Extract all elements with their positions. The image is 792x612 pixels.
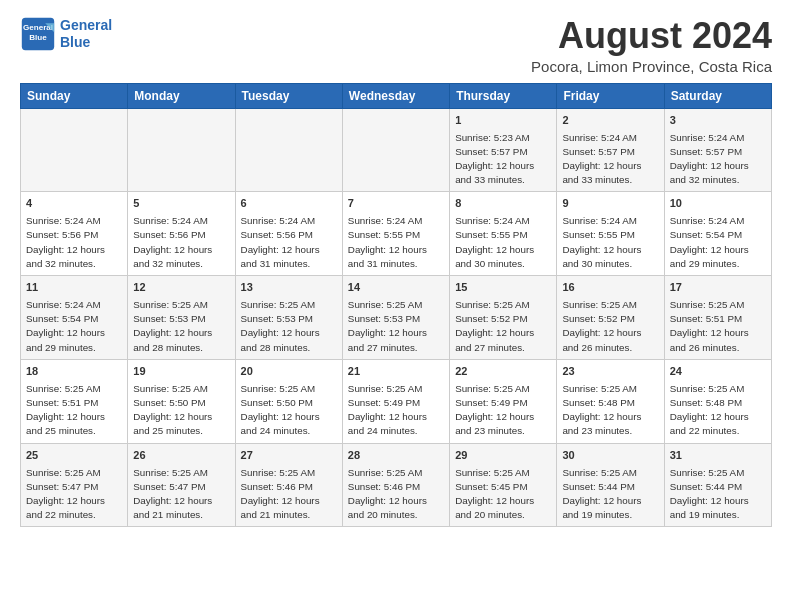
logo-icon: General Blue xyxy=(20,16,56,52)
day-info: Sunrise: 5:24 AMSunset: 5:54 PMDaylight:… xyxy=(26,298,122,355)
day-number: 30 xyxy=(562,448,658,464)
day-number: 13 xyxy=(241,280,337,296)
day-info: Sunrise: 5:25 AMSunset: 5:48 PMDaylight:… xyxy=(670,382,766,439)
calendar-cell: 14Sunrise: 5:25 AMSunset: 5:53 PMDayligh… xyxy=(342,276,449,360)
day-number: 12 xyxy=(133,280,229,296)
day-info: Sunrise: 5:25 AMSunset: 5:50 PMDaylight:… xyxy=(241,382,337,439)
day-number: 1 xyxy=(455,113,551,129)
subtitle: Pocora, Limon Province, Costa Rica xyxy=(531,58,772,75)
day-info: Sunrise: 5:24 AMSunset: 5:57 PMDaylight:… xyxy=(562,131,658,188)
day-number: 22 xyxy=(455,364,551,380)
day-number: 11 xyxy=(26,280,122,296)
day-number: 3 xyxy=(670,113,766,129)
calendar-cell xyxy=(342,108,449,192)
day-number: 27 xyxy=(241,448,337,464)
day-number: 8 xyxy=(455,196,551,212)
day-info: Sunrise: 5:25 AMSunset: 5:44 PMDaylight:… xyxy=(562,466,658,523)
calendar-cell: 16Sunrise: 5:25 AMSunset: 5:52 PMDayligh… xyxy=(557,276,664,360)
header-wednesday: Wednesday xyxy=(342,83,449,108)
calendar-cell: 2Sunrise: 5:24 AMSunset: 5:57 PMDaylight… xyxy=(557,108,664,192)
day-number: 21 xyxy=(348,364,444,380)
calendar-cell: 7Sunrise: 5:24 AMSunset: 5:55 PMDaylight… xyxy=(342,192,449,276)
day-info: Sunrise: 5:25 AMSunset: 5:44 PMDaylight:… xyxy=(670,466,766,523)
calendar-week-5: 25Sunrise: 5:25 AMSunset: 5:47 PMDayligh… xyxy=(21,443,772,527)
calendar-cell: 4Sunrise: 5:24 AMSunset: 5:56 PMDaylight… xyxy=(21,192,128,276)
day-info: Sunrise: 5:24 AMSunset: 5:55 PMDaylight:… xyxy=(455,214,551,271)
calendar-cell: 19Sunrise: 5:25 AMSunset: 5:50 PMDayligh… xyxy=(128,359,235,443)
day-info: Sunrise: 5:25 AMSunset: 5:51 PMDaylight:… xyxy=(26,382,122,439)
day-number: 4 xyxy=(26,196,122,212)
calendar-cell: 6Sunrise: 5:24 AMSunset: 5:56 PMDaylight… xyxy=(235,192,342,276)
header-friday: Friday xyxy=(557,83,664,108)
header-saturday: Saturday xyxy=(664,83,771,108)
day-number: 14 xyxy=(348,280,444,296)
day-number: 9 xyxy=(562,196,658,212)
calendar-cell: 17Sunrise: 5:25 AMSunset: 5:51 PMDayligh… xyxy=(664,276,771,360)
calendar-cell xyxy=(235,108,342,192)
day-number: 19 xyxy=(133,364,229,380)
day-number: 18 xyxy=(26,364,122,380)
calendar-table: SundayMondayTuesdayWednesdayThursdayFrid… xyxy=(20,83,772,528)
day-info: Sunrise: 5:25 AMSunset: 5:49 PMDaylight:… xyxy=(455,382,551,439)
day-number: 2 xyxy=(562,113,658,129)
day-number: 15 xyxy=(455,280,551,296)
calendar-cell: 26Sunrise: 5:25 AMSunset: 5:47 PMDayligh… xyxy=(128,443,235,527)
logo: General Blue General Blue xyxy=(20,16,112,52)
logo-line1: General xyxy=(60,17,112,33)
calendar-cell xyxy=(128,108,235,192)
day-info: Sunrise: 5:24 AMSunset: 5:55 PMDaylight:… xyxy=(348,214,444,271)
day-info: Sunrise: 5:25 AMSunset: 5:47 PMDaylight:… xyxy=(133,466,229,523)
calendar-cell: 15Sunrise: 5:25 AMSunset: 5:52 PMDayligh… xyxy=(450,276,557,360)
calendar-cell: 21Sunrise: 5:25 AMSunset: 5:49 PMDayligh… xyxy=(342,359,449,443)
day-info: Sunrise: 5:24 AMSunset: 5:56 PMDaylight:… xyxy=(241,214,337,271)
calendar-cell: 22Sunrise: 5:25 AMSunset: 5:49 PMDayligh… xyxy=(450,359,557,443)
day-number: 24 xyxy=(670,364,766,380)
day-info: Sunrise: 5:25 AMSunset: 5:53 PMDaylight:… xyxy=(241,298,337,355)
day-number: 17 xyxy=(670,280,766,296)
calendar-header-row: SundayMondayTuesdayWednesdayThursdayFrid… xyxy=(21,83,772,108)
calendar-week-1: 1Sunrise: 5:23 AMSunset: 5:57 PMDaylight… xyxy=(21,108,772,192)
calendar-cell: 9Sunrise: 5:24 AMSunset: 5:55 PMDaylight… xyxy=(557,192,664,276)
calendar-cell: 31Sunrise: 5:25 AMSunset: 5:44 PMDayligh… xyxy=(664,443,771,527)
main-title: August 2024 xyxy=(531,16,772,56)
header-thursday: Thursday xyxy=(450,83,557,108)
calendar-cell: 13Sunrise: 5:25 AMSunset: 5:53 PMDayligh… xyxy=(235,276,342,360)
logo-text: General Blue xyxy=(60,17,112,51)
day-number: 29 xyxy=(455,448,551,464)
calendar-cell: 11Sunrise: 5:24 AMSunset: 5:54 PMDayligh… xyxy=(21,276,128,360)
calendar-cell: 3Sunrise: 5:24 AMSunset: 5:57 PMDaylight… xyxy=(664,108,771,192)
calendar-cell: 27Sunrise: 5:25 AMSunset: 5:46 PMDayligh… xyxy=(235,443,342,527)
day-info: Sunrise: 5:25 AMSunset: 5:51 PMDaylight:… xyxy=(670,298,766,355)
day-info: Sunrise: 5:24 AMSunset: 5:56 PMDaylight:… xyxy=(133,214,229,271)
day-number: 6 xyxy=(241,196,337,212)
calendar-cell: 5Sunrise: 5:24 AMSunset: 5:56 PMDaylight… xyxy=(128,192,235,276)
calendar-week-4: 18Sunrise: 5:25 AMSunset: 5:51 PMDayligh… xyxy=(21,359,772,443)
calendar-cell: 23Sunrise: 5:25 AMSunset: 5:48 PMDayligh… xyxy=(557,359,664,443)
svg-text:Blue: Blue xyxy=(29,33,47,42)
day-info: Sunrise: 5:24 AMSunset: 5:56 PMDaylight:… xyxy=(26,214,122,271)
day-number: 28 xyxy=(348,448,444,464)
calendar-cell: 8Sunrise: 5:24 AMSunset: 5:55 PMDaylight… xyxy=(450,192,557,276)
logo-line2: Blue xyxy=(60,34,90,50)
day-info: Sunrise: 5:25 AMSunset: 5:46 PMDaylight:… xyxy=(348,466,444,523)
calendar-cell: 20Sunrise: 5:25 AMSunset: 5:50 PMDayligh… xyxy=(235,359,342,443)
day-number: 20 xyxy=(241,364,337,380)
day-number: 26 xyxy=(133,448,229,464)
day-info: Sunrise: 5:25 AMSunset: 5:48 PMDaylight:… xyxy=(562,382,658,439)
calendar-week-2: 4Sunrise: 5:24 AMSunset: 5:56 PMDaylight… xyxy=(21,192,772,276)
day-number: 31 xyxy=(670,448,766,464)
calendar-cell: 30Sunrise: 5:25 AMSunset: 5:44 PMDayligh… xyxy=(557,443,664,527)
day-info: Sunrise: 5:25 AMSunset: 5:47 PMDaylight:… xyxy=(26,466,122,523)
day-info: Sunrise: 5:24 AMSunset: 5:55 PMDaylight:… xyxy=(562,214,658,271)
header-tuesday: Tuesday xyxy=(235,83,342,108)
day-info: Sunrise: 5:25 AMSunset: 5:49 PMDaylight:… xyxy=(348,382,444,439)
calendar-cell xyxy=(21,108,128,192)
day-info: Sunrise: 5:23 AMSunset: 5:57 PMDaylight:… xyxy=(455,131,551,188)
day-info: Sunrise: 5:25 AMSunset: 5:53 PMDaylight:… xyxy=(133,298,229,355)
day-info: Sunrise: 5:25 AMSunset: 5:50 PMDaylight:… xyxy=(133,382,229,439)
calendar-cell: 18Sunrise: 5:25 AMSunset: 5:51 PMDayligh… xyxy=(21,359,128,443)
day-number: 25 xyxy=(26,448,122,464)
calendar-cell: 10Sunrise: 5:24 AMSunset: 5:54 PMDayligh… xyxy=(664,192,771,276)
calendar-cell: 28Sunrise: 5:25 AMSunset: 5:46 PMDayligh… xyxy=(342,443,449,527)
day-number: 5 xyxy=(133,196,229,212)
